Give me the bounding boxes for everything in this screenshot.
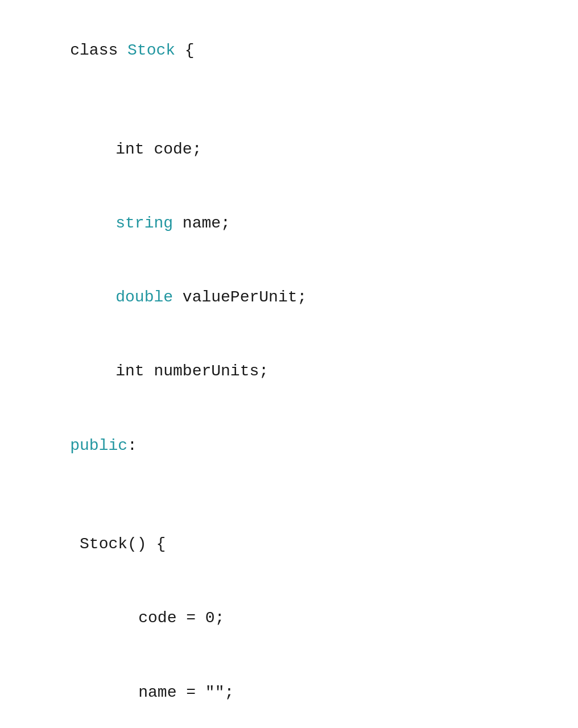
brace-open: { — [175, 42, 195, 59]
code-line-name-assign: name = ""; — [32, 655, 546, 728]
keyword-int-1: int — [115, 140, 144, 158]
keyword-int-2: int — [115, 362, 144, 380]
code-line-constructor: Stock() { — [32, 507, 546, 581]
var-number-units: numberUnits; — [144, 362, 269, 380]
code-blank-2 — [32, 482, 546, 507]
assign-name: name = ""; — [138, 684, 234, 701]
keyword-public: public — [70, 437, 127, 454]
code-line-int-number: int numberUnits; — [32, 334, 546, 408]
code-line-public: public: — [32, 408, 546, 482]
code-line-double-value: double valuePerUnit; — [32, 260, 546, 334]
code-blank-1 — [32, 88, 546, 112]
code-line-class: class Stock { — [32, 14, 546, 88]
assign-code: code = 0; — [138, 609, 224, 627]
var-name: name; — [173, 214, 230, 232]
constructor-stock: Stock() { — [70, 535, 166, 553]
code-line-int-code: int code; — [32, 113, 546, 187]
keyword-string: string — [115, 214, 173, 232]
class-name-stock: Stock — [127, 42, 175, 59]
var-value-per-unit: valuePerUnit; — [173, 288, 307, 306]
code-line-code-assign: code = 0; — [32, 581, 546, 655]
keyword-double: double — [115, 288, 173, 306]
keyword-class: class — [70, 42, 127, 59]
code-line-string-name: string name; — [32, 187, 546, 260]
var-code: code; — [144, 140, 202, 158]
code-section: class Stock { int code; string name; dou… — [0, 0, 578, 728]
colon: : — [127, 437, 137, 454]
